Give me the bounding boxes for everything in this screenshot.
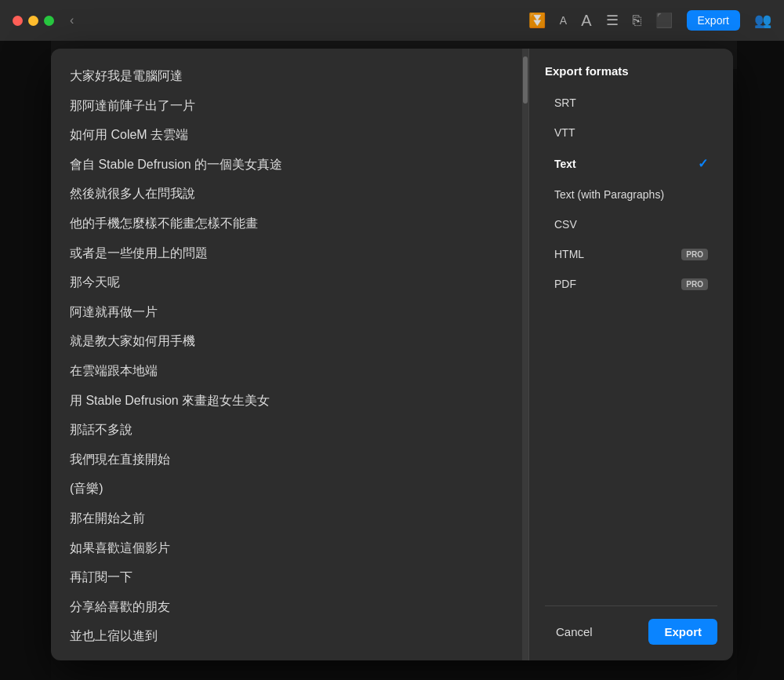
back-arrow[interactable]: ‹: [70, 13, 74, 27]
font-small-icon[interactable]: A: [560, 14, 567, 27]
close-button[interactable]: [13, 16, 23, 26]
title-bar: ‹ ⏬ A A ☰ ⎘ ⬛ Export 👥: [0, 0, 784, 41]
export-toolbar-button[interactable]: Export: [687, 10, 740, 31]
scrollbar-thumb: [523, 56, 528, 104]
format-item-vtt[interactable]: VTT: [545, 118, 717, 147]
format-label-text-paragraphs: Text (with Paragraphs): [554, 188, 664, 201]
transcript-item: 那在開始之前: [70, 504, 503, 533]
transcript-item: 會自 Stable Defrusion 的一個美女真途: [70, 150, 503, 180]
format-label-text: Text: [554, 158, 576, 170]
export-modal: 大家好我是電腦阿達那阿達前陣子出了一片如何用 ColeM 去雲端會自 Stabl…: [51, 49, 733, 660]
transcript-item: 用 Stable Defrusion 來畫超女生美女: [70, 386, 503, 416]
transcript-item: 在雲端跟本地端: [70, 356, 503, 386]
export-formats-title: Export formats: [545, 64, 717, 78]
toolbar-icons: ⏬ A A ☰ ⎘ ⬛ Export 👥: [528, 10, 771, 31]
format-right-html: PRO: [677, 249, 708, 260]
cancel-button[interactable]: Cancel: [545, 619, 604, 645]
modal-overlay: 大家好我是電腦阿達那阿達前陣子出了一片如何用 ColeM 去雲端會自 Stabl…: [0, 41, 784, 680]
format-list: SRTVTTText✓Text (with Paragraphs)CSVHTML…: [545, 89, 717, 605]
export-panel: Export formats SRTVTTText✓Text (with Par…: [529, 49, 733, 660]
export-button[interactable]: Export: [648, 619, 717, 645]
format-item-text-paragraphs[interactable]: Text (with Paragraphs): [545, 180, 717, 209]
transcript-item: 如何用 ColeM 去雲端: [70, 120, 503, 150]
transcript-item: 如果喜歡這個影片: [70, 533, 503, 563]
transcript-list[interactable]: 大家好我是電腦阿達那阿達前陣子出了一片如何用 ColeM 去雲端會自 Stabl…: [51, 49, 522, 660]
transcript-item: 或者是一些使用上的問題: [70, 238, 503, 268]
format-item-srt[interactable]: SRT: [545, 89, 717, 117]
transcript-item: (音樂): [70, 474, 503, 504]
format-item-csv[interactable]: CSV: [545, 210, 717, 238]
font-large-icon[interactable]: A: [581, 12, 591, 30]
transcript-item: 那今天呢: [70, 267, 503, 297]
traffic-lights: [13, 16, 54, 26]
transcript-item: 就是教大家如何用手機: [70, 326, 503, 356]
check-icon-text: ✓: [698, 156, 708, 171]
waveform-icon[interactable]: ⏬: [528, 12, 546, 29]
format-item-html[interactable]: HTMLPRO: [545, 240, 717, 268]
notes-icon[interactable]: ☰: [606, 12, 619, 29]
transcript-item: 那話不多說: [70, 415, 503, 445]
format-label-srt: SRT: [554, 96, 576, 109]
transcript-item: 再訂閱一下: [70, 562, 503, 592]
transcript-item: 他的手機怎麼樣不能畫怎樣不能畫: [70, 209, 503, 238]
format-right-pdf: PRO: [677, 278, 708, 290]
format-right-text: ✓: [698, 156, 708, 171]
export-footer: Cancel Export: [545, 605, 717, 660]
minimize-button[interactable]: [28, 16, 38, 26]
maximize-button[interactable]: [44, 16, 54, 26]
people-icon[interactable]: 👥: [754, 12, 771, 29]
format-label-csv: CSV: [554, 218, 577, 231]
transcript-item: 分享給喜歡的朋友: [70, 592, 503, 622]
transcript-item: 然後就很多人在問我說: [70, 179, 503, 209]
pro-badge-pdf: PRO: [681, 278, 708, 290]
transcript-item: 大家好我是電腦阿達: [70, 61, 503, 91]
format-item-text[interactable]: Text✓: [545, 148, 717, 179]
transcript-item: 阿達就再做一片: [70, 297, 503, 327]
format-label-pdf: PDF: [554, 278, 576, 290]
transcript-panel: 大家好我是電腦阿達那阿達前陣子出了一片如何用 ColeM 去雲端會自 Stabl…: [51, 49, 528, 660]
format-label-vtt: VTT: [554, 126, 575, 139]
pro-badge-html: PRO: [681, 249, 708, 260]
copy-icon[interactable]: ⎘: [633, 13, 641, 29]
format-label-html: HTML: [554, 248, 584, 260]
transcript-item: 那阿達前陣子出了一片: [70, 91, 503, 121]
badge-icon[interactable]: ⬛: [655, 12, 673, 29]
transcript-item: 並也上宿以進到: [70, 621, 503, 651]
scrollbar-track[interactable]: [522, 49, 528, 660]
format-item-pdf[interactable]: PDFPRO: [545, 270, 717, 298]
transcript-item: 我們現在直接開始: [70, 445, 503, 475]
